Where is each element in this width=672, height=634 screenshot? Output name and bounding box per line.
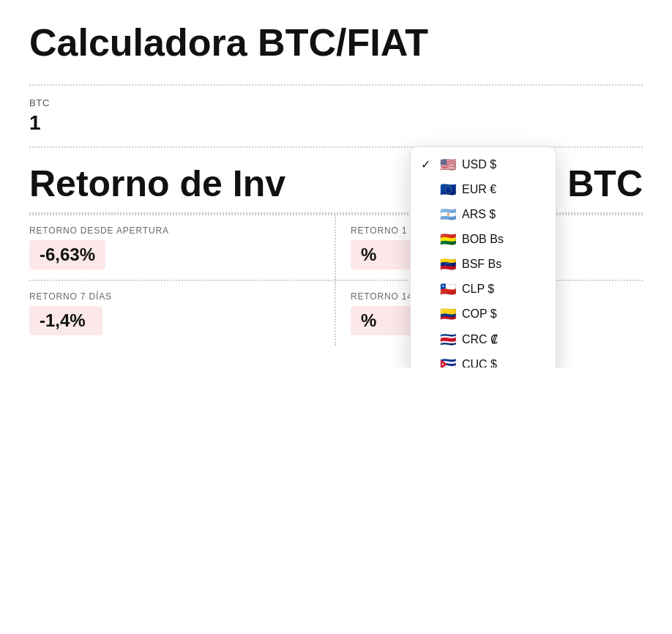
- dropdown-item-cuc[interactable]: 🇨🇺CUC $: [411, 352, 556, 368]
- currency-dropdown[interactable]: ✓🇺🇸USD $🇪🇺EUR €🇦🇷ARS $🇧🇴BOB Bs🇻🇪BSF Bs🇨🇱…: [410, 146, 556, 368]
- dropdown-item-clp[interactable]: 🇨🇱CLP $: [411, 277, 556, 302]
- flag-clp: 🇨🇱: [440, 283, 456, 296]
- return-cell-7dias: RETORNO 7 DÍAS -1,4%: [29, 281, 336, 346]
- roi-title-left: Retorno de Inv: [29, 163, 285, 205]
- btc-label: BTC: [29, 97, 643, 108]
- currency-label-usd: USD $: [462, 158, 496, 171]
- currency-label-cop: COP $: [462, 307, 497, 321]
- check-icon-usd: ✓: [421, 157, 434, 171]
- flag-ars: 🇦🇷: [440, 208, 456, 221]
- dropdown-item-bob[interactable]: 🇧🇴BOB Bs: [411, 227, 556, 252]
- currency-label-cuc: CUC $: [462, 358, 497, 368]
- currency-label-bsf: BSF Bs: [462, 258, 501, 271]
- dropdown-item-crc[interactable]: 🇨🇷CRC ₡: [411, 327, 556, 352]
- dropdown-item-ars[interactable]: 🇦🇷ARS $: [411, 202, 556, 227]
- return-label-7dias: RETORNO 7 DÍAS: [29, 291, 320, 302]
- dropdown-item-eur[interactable]: 🇪🇺EUR €: [411, 177, 556, 202]
- currency-label-clp: CLP $: [462, 283, 494, 296]
- dropdown-item-cop[interactable]: 🇨🇴COP $: [411, 302, 556, 327]
- main-content: Calculadora BTC/FIAT BTC 1 Retorno de In…: [29, 22, 643, 346]
- flag-eur: 🇪🇺: [440, 183, 456, 196]
- return-value-7dias: -1,4%: [29, 306, 102, 335]
- roi-title-right: BTC: [567, 163, 643, 205]
- return-label-apertura: RETORNO DESDE APERTURA: [29, 225, 320, 236]
- currency-label-bob: BOB Bs: [462, 233, 504, 246]
- currency-label-ars: ARS $: [462, 208, 496, 221]
- flag-usd: 🇺🇸: [440, 158, 456, 171]
- dropdown-item-usd[interactable]: ✓🇺🇸USD $: [411, 152, 556, 177]
- currency-label-crc: CRC ₡: [462, 332, 498, 346]
- flag-cuc: 🇨🇺: [440, 358, 456, 368]
- dropdown-item-bsf[interactable]: 🇻🇪BSF Bs: [411, 252, 556, 277]
- currency-label-eur: EUR €: [462, 183, 496, 196]
- flag-bsf: 🇻🇪: [440, 258, 456, 271]
- flag-crc: 🇨🇷: [440, 333, 456, 346]
- flag-cop: 🇨🇴: [440, 307, 456, 321]
- return-cell-apertura: RETORNO DESDE APERTURA -6,63%: [29, 215, 336, 280]
- btc-section: BTC 1: [29, 86, 643, 148]
- page-title: Calculadora BTC/FIAT: [29, 22, 643, 64]
- btc-value: 1: [29, 111, 643, 135]
- flag-bob: 🇧🇴: [440, 233, 456, 246]
- return-value-apertura: -6,63%: [29, 240, 105, 269]
